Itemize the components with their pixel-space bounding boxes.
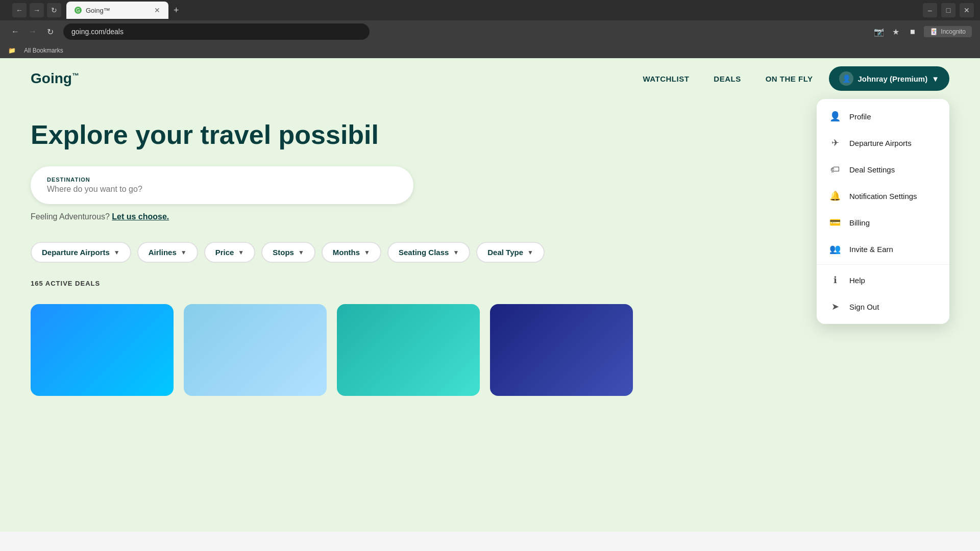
user-menu-button[interactable]: 👤 Johnray (Premium) ▼ bbox=[829, 66, 949, 91]
filter-airlines[interactable]: Airlines ▼ bbox=[137, 242, 198, 263]
tab-favicon: G bbox=[75, 7, 82, 14]
dropdown-item-billing[interactable]: 💳 Billing bbox=[817, 209, 949, 236]
deal-type-label: Deal Type bbox=[487, 248, 523, 257]
chevron-down-icon: ▼ bbox=[453, 249, 459, 256]
bookmarks-bar: 📁 All Bookmarks bbox=[0, 43, 980, 58]
user-avatar-icon: 👤 bbox=[839, 71, 853, 86]
deal-card[interactable] bbox=[337, 304, 480, 396]
plane-icon: ✈ bbox=[829, 137, 841, 149]
invite-earn-label: Invite & Earn bbox=[849, 245, 893, 254]
filter-months[interactable]: Months ▼ bbox=[322, 242, 381, 263]
departure-airports-label: Departure Airports bbox=[849, 139, 912, 147]
user-dropdown-menu: 👤 Profile ✈ Departure Airports 🏷 Deal Se… bbox=[817, 99, 949, 324]
adventurous-static-text: Feeling Adventurous? bbox=[31, 212, 110, 221]
deal-settings-icon: 🏷 bbox=[829, 163, 841, 176]
logo-trademark: ™ bbox=[72, 71, 79, 80]
dropdown-item-notification-settings[interactable]: 🔔 Notification Settings bbox=[817, 183, 949, 209]
filter-deal-type[interactable]: Deal Type ▼ bbox=[476, 242, 545, 263]
deal-settings-label: Deal Settings bbox=[849, 165, 895, 174]
deals-header: 165 ACTIVE DEALS Sort by Featured ▼ bbox=[31, 273, 949, 294]
user-name-label: Johnray (Premium) bbox=[857, 74, 927, 83]
chevron-down-icon: ▼ bbox=[298, 249, 304, 256]
active-tab[interactable]: G Going™ ✕ bbox=[66, 2, 168, 19]
back-button[interactable]: ← bbox=[12, 3, 27, 17]
nav-back-button[interactable]: ← bbox=[8, 24, 22, 39]
main-nav: WATCHLIST DEALS ON THE FLY bbox=[643, 74, 813, 83]
help-icon: ℹ bbox=[829, 274, 841, 286]
reload-button[interactable]: ↻ bbox=[47, 3, 61, 17]
close-window-button[interactable]: ✕ bbox=[960, 3, 974, 17]
nav-deals[interactable]: DEALS bbox=[714, 74, 741, 83]
filter-seating-class[interactable]: Seating Class ▼ bbox=[387, 242, 470, 263]
tab-bar: ← → ↻ G Going™ ✕ + bbox=[6, 1, 919, 20]
hero-title: Explore your travel possibil bbox=[31, 119, 439, 150]
adventurous-text: Feeling Adventurous? Let us choose. bbox=[31, 212, 949, 221]
nav-reload-button[interactable]: ↻ bbox=[43, 24, 57, 39]
deal-cards-container bbox=[31, 304, 949, 396]
filter-stops[interactable]: Stops ▼ bbox=[261, 242, 315, 263]
bookmarks-icon: 📁 bbox=[8, 47, 16, 54]
tab-close-button[interactable]: ✕ bbox=[154, 6, 160, 14]
filter-price[interactable]: Price ▼ bbox=[204, 242, 256, 263]
nav-forward-button[interactable]: → bbox=[26, 24, 40, 39]
window-controls: – □ ✕ bbox=[923, 3, 974, 17]
chevron-down-icon: ▼ bbox=[932, 74, 939, 83]
url-input[interactable] bbox=[63, 23, 370, 40]
minimize-button[interactable]: – bbox=[923, 3, 937, 17]
let-us-choose-link[interactable]: Let us choose. bbox=[112, 212, 169, 221]
deal-card[interactable] bbox=[184, 304, 327, 396]
departure-airports-label: Departure Airports bbox=[42, 248, 110, 257]
nav-on-the-fly[interactable]: ON THE FLY bbox=[766, 74, 813, 83]
address-bar: ← → ↻ 📷̸ ★ ◽ 🃏 Incognito bbox=[0, 20, 980, 43]
price-label: Price bbox=[215, 248, 234, 257]
page-content: Going™ WATCHLIST DEALS ON THE FLY 👤 John… bbox=[0, 58, 980, 532]
dropdown-item-sign-out[interactable]: ➤ Sign Out bbox=[817, 293, 949, 320]
split-screen-icon[interactable]: ◽ bbox=[905, 25, 920, 39]
airlines-label: Airlines bbox=[149, 248, 177, 257]
invite-icon: 👥 bbox=[829, 243, 841, 255]
nav-buttons: ← → ↻ bbox=[8, 24, 57, 39]
site-header: Going™ WATCHLIST DEALS ON THE FLY 👤 John… bbox=[0, 58, 980, 99]
billing-icon: 💳 bbox=[829, 216, 841, 229]
seating-class-label: Seating Class bbox=[399, 248, 449, 257]
deal-card[interactable] bbox=[490, 304, 633, 396]
chevron-down-icon: ▼ bbox=[527, 249, 533, 256]
deals-count-label: 165 ACTIVE DEALS bbox=[31, 280, 100, 287]
profile-icon: 👤 bbox=[829, 110, 841, 122]
billing-label: Billing bbox=[849, 218, 870, 227]
profile-label: Profile bbox=[849, 112, 871, 121]
dropdown-item-departure-airports[interactable]: ✈ Departure Airports bbox=[817, 130, 949, 156]
bookmarks-label: All Bookmarks bbox=[24, 47, 63, 54]
tab-title: Going™ bbox=[86, 7, 110, 14]
filter-departure-airports[interactable]: Departure Airports ▼ bbox=[31, 242, 131, 263]
new-tab-button[interactable]: + bbox=[169, 3, 183, 18]
dropdown-divider bbox=[817, 264, 949, 265]
logo-text: Going bbox=[31, 70, 72, 86]
site-logo[interactable]: Going™ bbox=[31, 70, 79, 87]
chevron-down-icon: ▼ bbox=[181, 249, 187, 256]
incognito-badge: 🃏 Incognito bbox=[924, 26, 972, 37]
dropdown-item-invite-earn[interactable]: 👥 Invite & Earn bbox=[817, 236, 949, 262]
notification-icon: 🔔 bbox=[829, 190, 841, 202]
deal-card[interactable] bbox=[31, 304, 174, 396]
destination-input[interactable] bbox=[47, 185, 397, 194]
bookmark-icon[interactable]: ★ bbox=[890, 25, 901, 39]
nav-watchlist[interactable]: WATCHLIST bbox=[643, 74, 689, 83]
browser-titlebar: ← → ↻ G Going™ ✕ + – □ ✕ bbox=[0, 0, 980, 20]
chevron-down-icon: ▼ bbox=[238, 249, 244, 256]
dropdown-item-deal-settings[interactable]: 🏷 Deal Settings bbox=[817, 156, 949, 183]
maximize-button[interactable]: □ bbox=[941, 3, 955, 17]
browser-actions: 📷̸ ★ ◽ 🃏 Incognito bbox=[872, 25, 972, 39]
camera-off-icon[interactable]: 📷̸ bbox=[872, 25, 886, 39]
dropdown-item-help[interactable]: ℹ Help bbox=[817, 267, 949, 293]
browser-controls: ← → ↻ bbox=[12, 3, 61, 17]
search-bar: DESTINATION bbox=[31, 166, 413, 204]
dropdown-item-profile[interactable]: 👤 Profile bbox=[817, 103, 949, 130]
incognito-icon: 🃏 bbox=[930, 28, 938, 35]
browser-chrome: ← → ↻ G Going™ ✕ + – □ ✕ ← → ↻ 📷̸ bbox=[0, 0, 980, 58]
chevron-down-icon: ▼ bbox=[114, 249, 120, 256]
months-label: Months bbox=[333, 248, 360, 257]
forward-button[interactable]: → bbox=[30, 3, 44, 17]
sign-out-label: Sign Out bbox=[849, 303, 879, 311]
notification-settings-label: Notification Settings bbox=[849, 192, 917, 201]
